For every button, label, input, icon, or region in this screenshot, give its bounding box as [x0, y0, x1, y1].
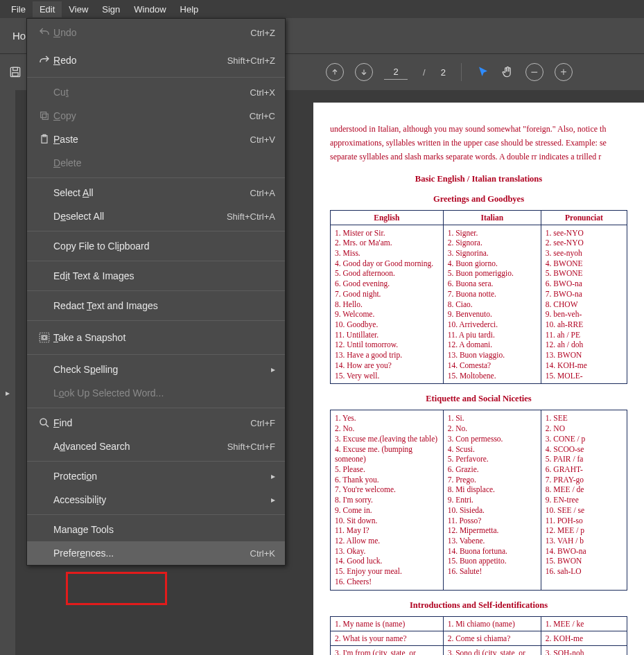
menu-separator [27, 354, 285, 355]
paste-icon [35, 134, 53, 145]
menu-copy[interactable]: CopyCtrl+C [27, 104, 285, 128]
col-english: English [331, 210, 444, 225]
search-icon [35, 417, 53, 429]
svg-rect-3 [42, 114, 48, 119]
svg-point-10 [40, 419, 46, 425]
page-down-button[interactable] [355, 63, 373, 81]
menu-separator [27, 514, 285, 515]
doc-intro-line: understood in Italian, although you may … [330, 123, 627, 134]
menu-help[interactable]: Help [173, 1, 206, 17]
svg-rect-2 [12, 73, 18, 76]
camera-icon [35, 331, 53, 344]
col-italian: Italian [443, 210, 541, 225]
edit-menu-dropdown: Undo Ctrl+Z Redo Shift+Ctrl+Z CutCtrl+X … [26, 18, 286, 566]
svg-point-8 [43, 336, 46, 340]
menu-protection[interactable]: Protection▸ [27, 464, 285, 488]
introductions-table: 1. My name is (name)1. Mi chiamo (name)1… [330, 616, 627, 655]
menu-preferences[interactable]: Preferences...Ctrl+K [27, 541, 285, 565]
menu-paste[interactable]: PasteCtrl+V [27, 128, 285, 151]
redo-icon [35, 54, 53, 67]
menu-separator [27, 290, 285, 291]
menu-find[interactable]: FindCtrl+F [27, 411, 285, 435]
menu-manage-tools[interactable]: Manage Tools [27, 518, 285, 541]
page-total: 2 [441, 67, 446, 78]
menu-separator [27, 461, 285, 462]
doc-intro-line: approximations, syllables written in the… [330, 137, 627, 148]
left-panel-collapsed[interactable]: ▸ [0, 90, 15, 655]
greetings-table: English Italian Pronunciat 1. Mister or … [330, 210, 627, 385]
menu-edit[interactable]: Edit [33, 1, 62, 17]
expand-panel-icon[interactable]: ▸ [6, 388, 10, 398]
toolbar-separator [461, 63, 462, 81]
document-tab[interactable]: Ho [12, 30, 26, 42]
etiquette-table: 1. Yes.2. No.3. Excuse me.(leaving the t… [330, 410, 627, 590]
zoom-in-button[interactable]: + [555, 63, 573, 81]
submenu-arrow-icon: ▸ [271, 495, 275, 505]
select-tool-icon[interactable] [477, 66, 489, 78]
menu-separator [27, 77, 285, 78]
page-separator: / [423, 67, 426, 78]
doc-heading-basic: Basic English / Italian translations [330, 174, 627, 184]
zoom-out-button[interactable]: − [525, 63, 543, 81]
menu-undo[interactable]: Undo Ctrl+Z [27, 19, 285, 46]
page-number-input[interactable] [384, 64, 408, 80]
menu-advanced-search[interactable]: Advanced SearchShift+Ctrl+F [27, 435, 285, 458]
svg-rect-4 [41, 112, 46, 118]
menu-lookup-word[interactable]: Look Up Selected Word... [27, 381, 285, 405]
menu-sign[interactable]: Sign [95, 1, 127, 17]
menu-separator [27, 231, 285, 232]
menu-view[interactable]: View [62, 1, 95, 17]
copy-icon [35, 110, 53, 121]
menu-label: Redo [53, 55, 227, 66]
menu-redact[interactable]: Redact Text and Images [27, 294, 285, 317]
doc-heading-introductions: Introductions and Self-identifications [330, 600, 627, 611]
menu-accessibility[interactable]: Accessibility▸ [27, 488, 285, 512]
undo-icon [35, 26, 53, 39]
menu-window[interactable]: Window [127, 1, 173, 17]
menu-take-snapshot[interactable]: Take a Snapshot [27, 324, 285, 351]
menu-select-all[interactable]: Select AllCtrl+A [27, 181, 285, 204]
menu-separator [27, 408, 285, 408]
doc-heading-etiquette: Etiquette and Social Niceties [330, 394, 627, 404]
menu-label: Undo [53, 27, 250, 38]
menu-check-spelling[interactable]: Check Spelling▸ [27, 358, 285, 381]
menu-copy-file-clipboard[interactable]: Copy File to Clipboard [27, 234, 285, 258]
menu-cut[interactable]: CutCtrl+X [27, 80, 285, 104]
doc-intro-line: separate syllables and slash marks separ… [330, 151, 627, 162]
col-pron: Pronunciat [541, 210, 627, 225]
submenu-arrow-icon: ▸ [271, 471, 275, 481]
svg-rect-7 [40, 333, 49, 342]
menu-separator [27, 177, 285, 178]
menu-deselect-all[interactable]: Deselect AllShift+Ctrl+A [27, 204, 285, 228]
menu-file[interactable]: File [4, 1, 33, 17]
doc-heading-greetings: Greetings and Goodbyes [330, 194, 627, 204]
submenu-arrow-icon: ▸ [271, 365, 275, 374]
pdf-page: understood in Italian, although you may … [313, 103, 644, 655]
save-icon[interactable] [8, 65, 22, 79]
shortcut: Ctrl+Z [250, 28, 275, 38]
page-up-button[interactable] [326, 63, 344, 81]
shortcut: Shift+Ctrl+Z [227, 55, 275, 66]
menu-delete[interactable]: Delete [27, 151, 285, 175]
menu-separator [27, 320, 285, 321]
menubar: File Edit View Sign Window Help [0, 0, 644, 18]
menu-edit-text-images[interactable]: Edit Text & Images [27, 264, 285, 288]
hand-tool-icon[interactable] [501, 65, 514, 79]
menu-redo[interactable]: Redo Shift+Ctrl+Z [27, 46, 285, 74]
menu-separator [27, 261, 285, 261]
svg-rect-1 [13, 67, 18, 70]
